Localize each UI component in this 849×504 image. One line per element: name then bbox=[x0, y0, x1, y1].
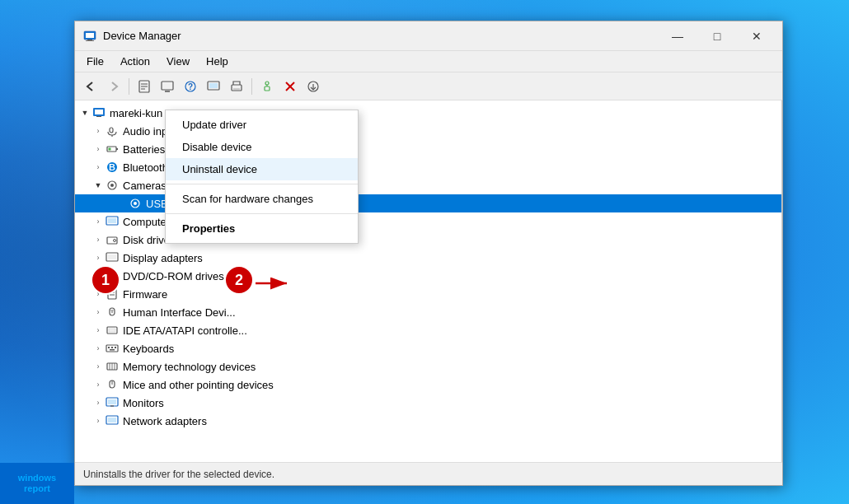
tree-item-network[interactable]: › Network adapters bbox=[75, 412, 781, 430]
ctx-disable-device[interactable]: Disable device bbox=[166, 136, 358, 158]
menu-help[interactable]: Help bbox=[198, 54, 237, 69]
ide-label: IDE ATA/ATAPI controlle... bbox=[123, 324, 247, 337]
display-icon bbox=[105, 250, 120, 265]
ctx-separator bbox=[166, 184, 358, 184]
context-menu: Update driver Disable device Uninstall d… bbox=[165, 110, 359, 244]
forward-button[interactable] bbox=[103, 76, 124, 97]
disk-arrow: › bbox=[91, 233, 105, 246]
keyboards-label: Keyboards bbox=[123, 343, 174, 355]
tree-item-dvd[interactable]: › DVD/CD-ROM drives bbox=[75, 267, 781, 285]
ctx-properties[interactable]: Properties bbox=[166, 217, 358, 240]
tree-item-mice[interactable]: › Mice and other pointing devices bbox=[75, 376, 781, 394]
toolbar-separator-2 bbox=[251, 78, 252, 95]
menu-file[interactable]: File bbox=[78, 54, 112, 69]
tree-item-keyboards[interactable]: › Keyboards bbox=[75, 339, 781, 357]
menu-action[interactable]: Action bbox=[112, 54, 158, 69]
network-button[interactable] bbox=[256, 76, 278, 97]
svg-rect-13 bbox=[209, 83, 218, 88]
computer-icon bbox=[91, 105, 106, 120]
windows-report-badge: windows report bbox=[0, 463, 74, 504]
toolbar-separator-1 bbox=[129, 78, 129, 95]
svg-rect-68 bbox=[108, 418, 116, 422]
monitor-button[interactable] bbox=[203, 76, 224, 97]
ctx-scan-hardware[interactable]: Scan for hardware changes bbox=[166, 188, 358, 210]
network-icon bbox=[105, 413, 120, 428]
annotation-circle-1: 1 bbox=[91, 265, 120, 295]
svg-rect-8 bbox=[162, 82, 173, 90]
svg-text:?: ? bbox=[188, 82, 193, 91]
root-label: mareki-kun bbox=[110, 107, 162, 119]
tree-item-hid[interactable]: › Human Interface Devi... bbox=[75, 303, 781, 321]
mice-icon bbox=[105, 377, 120, 392]
ctx-uninstall-device[interactable]: Uninstall device bbox=[166, 158, 358, 180]
remove-button[interactable] bbox=[279, 76, 301, 97]
ide-icon bbox=[105, 323, 120, 338]
svg-rect-15 bbox=[233, 88, 240, 90]
tree-item-display[interactable]: › Display adapters bbox=[75, 249, 781, 267]
dvd-label: DVD/CD-ROM drives bbox=[123, 270, 224, 282]
svg-rect-1 bbox=[86, 33, 94, 38]
keyboards-icon bbox=[105, 341, 120, 356]
hid-label: Human Interface Devi... bbox=[123, 306, 236, 319]
network-arrow: › bbox=[91, 414, 105, 427]
tree-item-monitors[interactable]: › Monitors bbox=[75, 394, 781, 412]
back-button[interactable] bbox=[80, 76, 101, 97]
batteries-label: Batteries bbox=[123, 143, 165, 156]
maximize-button[interactable]: □ bbox=[698, 25, 736, 48]
title-bar: Device Manager — □ ✕ bbox=[75, 21, 782, 51]
hid-icon bbox=[105, 305, 120, 320]
status-bar: Uninstalls the driver for the selected d… bbox=[75, 462, 782, 485]
properties-button[interactable] bbox=[134, 76, 155, 97]
cameras-label: Cameras bbox=[123, 180, 167, 192]
memory-label: Memory technology devices bbox=[123, 361, 256, 373]
tree-item-firmware[interactable]: › Firmware bbox=[75, 285, 781, 303]
download-button[interactable] bbox=[303, 76, 324, 97]
brand-text: windows report bbox=[18, 473, 56, 494]
device-manager-window: Device Manager — □ ✕ File Action View He… bbox=[74, 21, 783, 486]
hid-arrow: › bbox=[91, 306, 105, 319]
svg-rect-38 bbox=[108, 218, 116, 223]
computer-label: Computer bbox=[123, 216, 170, 228]
ide-arrow: › bbox=[91, 324, 105, 337]
svg-point-34 bbox=[110, 184, 114, 187]
monitors-arrow: › bbox=[91, 396, 105, 409]
mice-arrow: › bbox=[91, 378, 105, 391]
ctx-update-driver[interactable]: Update driver bbox=[166, 114, 358, 136]
window-icon bbox=[82, 28, 98, 44]
print-button[interactable] bbox=[226, 76, 247, 97]
usb-camera-icon bbox=[128, 196, 143, 211]
batteries-arrow: › bbox=[91, 142, 105, 156]
update-button[interactable] bbox=[157, 76, 178, 97]
close-button[interactable]: ✕ bbox=[738, 25, 776, 48]
network-label: Network adapters bbox=[123, 415, 207, 427]
window-controls: — □ ✕ bbox=[659, 25, 776, 48]
annotation-arrow bbox=[254, 276, 295, 291]
svg-point-40 bbox=[114, 240, 116, 242]
root-arrow: ▼ bbox=[78, 106, 91, 119]
svg-rect-42 bbox=[108, 254, 116, 259]
svg-point-36 bbox=[134, 202, 137, 205]
tree-item-ide[interactable]: › IDE ATA/ATAPI controlle... bbox=[75, 321, 781, 339]
svg-text:B: B bbox=[109, 162, 115, 172]
computer-arrow: › bbox=[91, 215, 105, 228]
firmware-label: Firmware bbox=[123, 288, 167, 301]
cameras-arrow: ▼ bbox=[91, 179, 105, 192]
menu-bar: File Action View Help bbox=[75, 51, 782, 72]
svg-rect-55 bbox=[111, 347, 113, 348]
svg-rect-2 bbox=[87, 40, 92, 40]
minimize-button[interactable]: — bbox=[659, 25, 697, 48]
svg-rect-56 bbox=[115, 347, 116, 348]
help-button[interactable]: ? bbox=[180, 76, 201, 97]
computer-tree-icon bbox=[105, 214, 120, 229]
menu-view[interactable]: View bbox=[158, 54, 198, 69]
svg-rect-29 bbox=[116, 148, 118, 150]
svg-rect-54 bbox=[108, 347, 110, 348]
display-arrow: › bbox=[91, 251, 105, 264]
memory-arrow: › bbox=[91, 360, 105, 373]
svg-rect-30 bbox=[109, 148, 111, 151]
monitors-icon bbox=[105, 395, 120, 410]
keyboards-arrow: › bbox=[91, 342, 105, 355]
tree-item-memory[interactable]: › Memory technology devices bbox=[75, 357, 781, 376]
audio-icon bbox=[105, 124, 120, 138]
svg-rect-3 bbox=[86, 40, 94, 41]
